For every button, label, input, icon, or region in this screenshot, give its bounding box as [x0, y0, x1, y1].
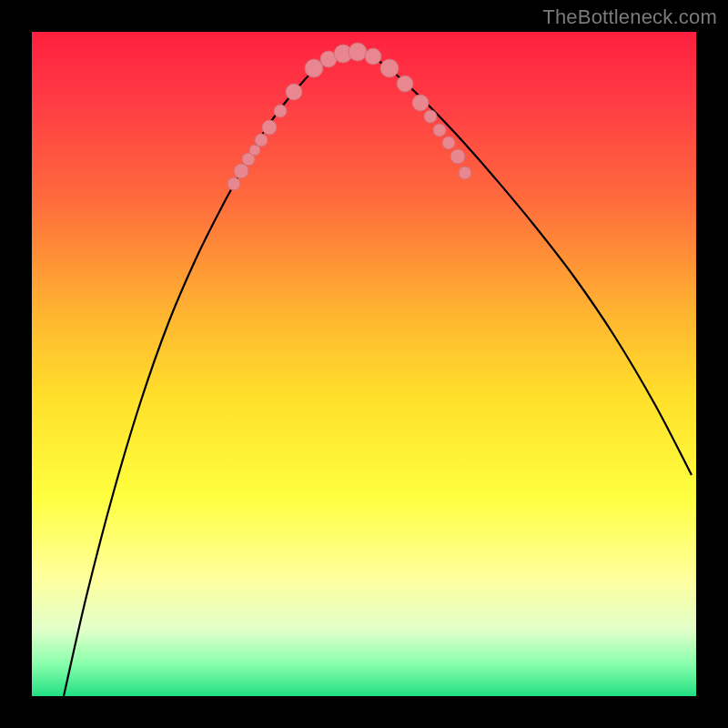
data-marker [334, 45, 352, 63]
data-marker [274, 105, 287, 117]
data-marker [286, 84, 302, 100]
data-marker [365, 48, 381, 65]
data-marker [450, 149, 465, 164]
data-marker [349, 43, 367, 61]
data-marker [442, 136, 455, 149]
data-marker [459, 167, 471, 179]
bottleneck-curve [64, 51, 692, 696]
data-marker [234, 164, 248, 178]
data-markers [228, 43, 471, 190]
chart-svg [32, 32, 696, 696]
data-marker [412, 95, 429, 111]
data-marker [262, 120, 277, 135]
data-marker [242, 153, 255, 166]
plot-area [32, 32, 696, 696]
data-marker [255, 134, 268, 147]
data-marker [228, 177, 240, 190]
data-marker [305, 59, 323, 77]
chart-frame: TheBottleneck.com [0, 0, 728, 728]
watermark-text: TheBottleneck.com [542, 5, 717, 29]
data-marker [397, 76, 413, 92]
data-marker [380, 59, 399, 77]
data-marker [320, 51, 337, 67]
data-marker [424, 110, 437, 123]
data-marker [433, 124, 446, 136]
data-marker [249, 145, 260, 156]
